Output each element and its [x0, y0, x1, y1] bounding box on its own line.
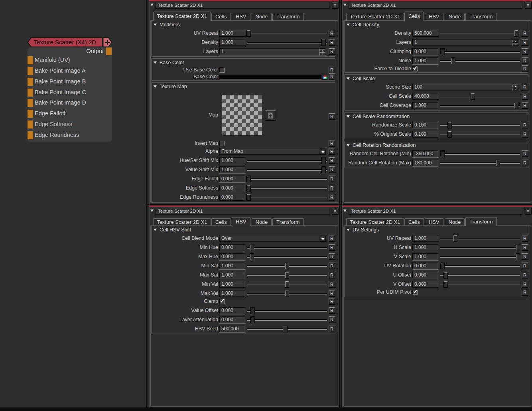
svg-text:Texture Scatter (X4) 2D: Texture Scatter (X4) 2D [34, 39, 96, 45]
